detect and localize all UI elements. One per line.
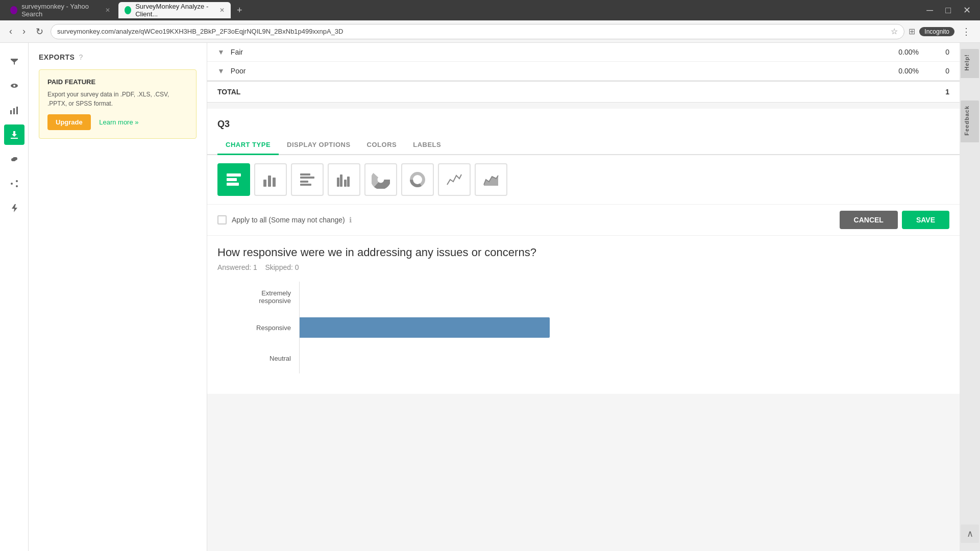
- row-percent-fair: 0.00%: [868, 48, 919, 56]
- sidebar-icon-chart[interactable]: [4, 100, 24, 120]
- minimize-button[interactable]: ─: [921, 5, 938, 16]
- tab-surveymonkey[interactable]: SurveyMonkey Analyze - Client... ✕: [118, 2, 231, 18]
- survey-section: How responsive were we in addressing any…: [207, 236, 960, 394]
- tab-display-options[interactable]: DISPLAY OPTIONS: [279, 136, 359, 155]
- bar-area-responsive: [299, 312, 939, 343]
- close-button[interactable]: ✕: [958, 5, 976, 16]
- sidebar-icon-share[interactable]: [4, 173, 24, 194]
- survey-meta: Answered: 1 Skipped: 0: [217, 263, 949, 271]
- row-percent-poor: 0.00%: [868, 67, 919, 75]
- svg-rect-14: [300, 184, 311, 186]
- tab-labels[interactable]: LABELS: [405, 136, 449, 155]
- chart-label-responsive: Responsive: [228, 324, 299, 332]
- icon-sidebar: [0, 43, 29, 551]
- apply-info-icon[interactable]: ℹ: [349, 216, 352, 224]
- svg-rect-6: [227, 178, 237, 181]
- back-button[interactable]: ‹: [6, 24, 15, 39]
- menu-button[interactable]: ⋮: [959, 24, 974, 39]
- action-buttons: CANCEL SAVE: [840, 211, 949, 229]
- scroll-up-button[interactable]: ∧: [961, 524, 979, 543]
- chart-type-area[interactable]: [475, 163, 507, 196]
- extensions-button[interactable]: ⊞: [909, 27, 915, 36]
- tab-colors[interactable]: COLORS: [359, 136, 405, 155]
- address-bar[interactable]: surveymonkey.com/analyze/qWCeo19KXH3HB_2…: [51, 24, 904, 39]
- cancel-button[interactable]: CANCEL: [840, 211, 898, 229]
- svg-rect-16: [340, 174, 342, 187]
- address-text: surveymonkey.com/analyze/qWCeo19KXH3HB_2…: [57, 28, 891, 35]
- content-area: ▼ Fair 0.00% 0 ▼ Poor 0.00% 0 TOTAL 1 Q3…: [207, 43, 960, 551]
- svg-rect-12: [300, 177, 314, 179]
- bookmark-button[interactable]: ☆: [891, 27, 898, 36]
- tab-close-sm[interactable]: ✕: [219, 7, 225, 14]
- chart-type-horizontal-grouped[interactable]: [291, 163, 324, 196]
- expand-icon-poor[interactable]: ▼: [217, 67, 225, 75]
- tab-close-yahoo[interactable]: ✕: [105, 7, 110, 14]
- svg-rect-5: [227, 173, 241, 177]
- svg-rect-7: [227, 183, 239, 186]
- tab-chart-type[interactable]: CHART TYPE: [217, 136, 279, 155]
- answered-count: Answered: 1: [217, 263, 257, 271]
- chart-label-extremely: Extremely responsive: [228, 289, 299, 305]
- chart-type-selector: [207, 155, 960, 204]
- svg-rect-8: [263, 180, 266, 187]
- panel-header: EXPORTS ?: [39, 53, 197, 61]
- svg-rect-11: [300, 173, 310, 176]
- help-tab[interactable]: Help!: [961, 49, 979, 78]
- svg-rect-13: [300, 181, 308, 183]
- svg-rect-3: [13, 108, 15, 114]
- apply-row: Apply to all (Some may not change) ℹ CAN…: [207, 204, 960, 236]
- svg-rect-18: [347, 177, 350, 187]
- forward-button[interactable]: ›: [19, 24, 29, 39]
- total-count: 1: [919, 88, 949, 96]
- learn-more-link[interactable]: Learn more »: [99, 118, 138, 126]
- chart-area: Extremely responsive Responsive: [228, 282, 939, 373]
- tab-title-sm: SurveyMonkey Analyze - Client...: [135, 3, 215, 18]
- row-label-fair: Fair: [231, 48, 868, 56]
- q3-section: Q3 CHART TYPE DISPLAY OPTIONS COLORS LAB…: [207, 109, 960, 394]
- upgrade-button[interactable]: Upgrade: [47, 114, 91, 130]
- expand-icon-fair[interactable]: ▼: [217, 48, 225, 56]
- panel-title: EXPORTS: [39, 53, 75, 61]
- svg-rect-4: [16, 107, 18, 114]
- save-button[interactable]: SAVE: [902, 211, 949, 229]
- apply-label: Apply to all (Some may not change): [232, 216, 345, 224]
- chart-type-pie[interactable]: [364, 163, 397, 196]
- panel-help-icon[interactable]: ?: [79, 53, 83, 61]
- chart-type-vertical-bar[interactable]: [254, 163, 287, 196]
- table-total-row: TOTAL 1: [207, 81, 960, 102]
- row-count-poor: 0: [919, 67, 949, 75]
- sidebar-icon-eye[interactable]: [4, 76, 24, 96]
- chart-type-donut[interactable]: [401, 163, 434, 196]
- svg-rect-17: [344, 180, 347, 187]
- skipped-count: Skipped: 0: [265, 263, 299, 271]
- svg-rect-15: [337, 178, 339, 187]
- data-table: ▼ Fair 0.00% 0 ▼ Poor 0.00% 0 TOTAL 1: [207, 43, 960, 103]
- sidebar-icon-filter[interactable]: [4, 51, 24, 71]
- chart-type-vertical-grouped[interactable]: [328, 163, 360, 196]
- tab-yahoo-search[interactable]: surveymonkey - Yahoo Search ✕: [4, 2, 116, 18]
- scroll-up-icon: ∧: [967, 528, 973, 539]
- chart-tabs: CHART TYPE DISPLAY OPTIONS COLORS LABELS: [207, 136, 960, 155]
- chart-label-neutral: Neutral: [228, 355, 299, 362]
- chart-type-horizontal-stacked[interactable]: [217, 163, 250, 196]
- tab-title-yahoo: surveymonkey - Yahoo Search: [21, 3, 101, 18]
- reload-button[interactable]: ↻: [33, 24, 46, 39]
- svg-rect-2: [10, 110, 12, 114]
- help-tab-label: Help!: [964, 54, 970, 71]
- sidebar-icon-download[interactable]: [4, 124, 24, 145]
- total-label: TOTAL: [217, 88, 919, 96]
- paid-feature-description: Export your survey data in .PDF, .XLS, .…: [47, 90, 188, 108]
- apply-all-checkbox[interactable]: [217, 215, 227, 224]
- tab-favicon-yahoo: [10, 6, 17, 14]
- bar-chart: Extremely responsive Responsive: [217, 282, 949, 384]
- bar-responsive: [300, 317, 550, 338]
- bar-area-neutral: [299, 343, 939, 373]
- sidebar-icon-lightning[interactable]: [4, 198, 24, 218]
- new-tab-button[interactable]: +: [233, 5, 247, 16]
- survey-question-text: How responsive were we in addressing any…: [217, 246, 949, 259]
- sidebar-icon-link[interactable]: [4, 149, 24, 169]
- svg-rect-10: [273, 178, 276, 187]
- feedback-tab[interactable]: Feedback: [961, 101, 979, 143]
- chart-type-line[interactable]: [438, 163, 471, 196]
- maximize-button[interactable]: □: [940, 5, 956, 16]
